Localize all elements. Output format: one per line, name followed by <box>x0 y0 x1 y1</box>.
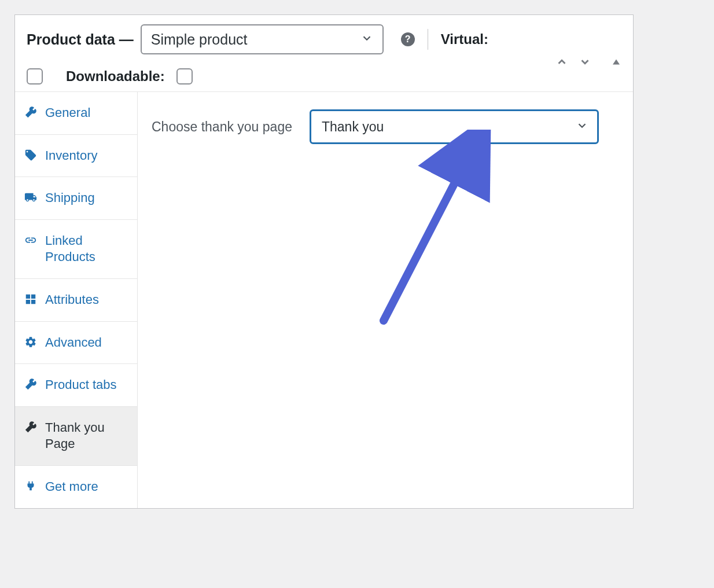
virtual-label: Virtual: <box>441 31 488 47</box>
tab-content: Choose thank you page Thank you <box>138 92 633 508</box>
sidebar-item-label: Shipping <box>45 190 95 207</box>
wrench-icon <box>24 421 37 433</box>
sidebar-item-label: Attributes <box>45 292 99 308</box>
sidebar-item-advanced[interactable]: Advanced <box>15 322 137 365</box>
svg-marker-0 <box>613 60 620 65</box>
divider <box>428 29 428 50</box>
sidebar-item-label: Advanced <box>45 335 102 351</box>
thank-you-page-field: Choose thank you page Thank you <box>152 109 619 144</box>
header-second-row: Downloadable: <box>27 68 621 84</box>
sidebar-item-label: Thank you Page <box>45 420 128 453</box>
wrench-icon <box>24 378 37 391</box>
thank-you-select-wrap: Thank you <box>310 109 599 144</box>
svg-line-2 <box>384 141 476 321</box>
grid-icon <box>24 293 37 306</box>
sidebar-item-label: General <box>45 105 90 122</box>
help-icon[interactable]: ? <box>401 32 415 46</box>
downloadable-checkbox[interactable] <box>176 68 193 84</box>
sidebar-item-product-tabs[interactable]: Product tabs <box>15 364 137 407</box>
move-up-icon[interactable] <box>555 56 568 68</box>
downloadable-label: Downloadable: <box>66 68 165 84</box>
truck-icon <box>24 191 37 204</box>
link-icon <box>24 234 37 247</box>
field-label: Choose thank you page <box>152 119 292 135</box>
product-data-tabs: General Inventory Shipping Linked Produc… <box>15 92 138 508</box>
virtual-checkbox[interactable] <box>27 68 43 84</box>
panel-header: Product data — Simple product ? Virtual: <box>15 15 633 92</box>
collapse-icon[interactable] <box>611 57 621 67</box>
product-type-select[interactable]: Simple product <box>141 24 384 54</box>
tag-icon <box>24 149 37 161</box>
gear-icon <box>24 336 37 348</box>
sidebar-item-inventory[interactable]: Inventory <box>15 135 137 178</box>
panel-title: Product data — <box>27 31 134 48</box>
panel-body: General Inventory Shipping Linked Produc… <box>15 92 633 508</box>
sidebar-item-label: Product tabs <box>45 377 117 394</box>
panel-order-controls <box>555 56 621 68</box>
sidebar-item-general[interactable]: General <box>15 92 137 135</box>
sidebar-item-get-more[interactable]: Get more <box>15 466 137 508</box>
arrow-annotation <box>372 130 499 326</box>
thank-you-page-select[interactable]: Thank you <box>310 109 599 144</box>
move-down-icon[interactable] <box>579 56 591 68</box>
sidebar-item-label: Linked Products <box>45 233 128 266</box>
sidebar-item-linked-products[interactable]: Linked Products <box>15 220 137 279</box>
product-data-panel: Product data — Simple product ? Virtual: <box>14 14 634 509</box>
sidebar-item-shipping[interactable]: Shipping <box>15 177 137 220</box>
sidebar-item-label: Get more <box>45 479 98 495</box>
plug-icon <box>24 480 37 493</box>
product-type-select-wrap: Simple product <box>141 24 384 54</box>
sidebar-item-label: Inventory <box>45 148 98 164</box>
sidebar-item-attributes[interactable]: Attributes <box>15 279 137 322</box>
wrench-icon <box>24 106 37 119</box>
sidebar-item-thank-you-page[interactable]: Thank you Page <box>15 407 137 466</box>
